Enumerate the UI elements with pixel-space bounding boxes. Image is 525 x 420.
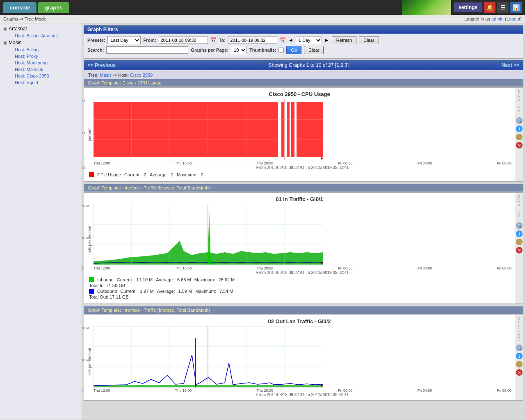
legend-outbound-max-label: Maximum:	[195, 289, 216, 294]
graph-container-3: 02 Out Lan Traffic - Gi0/2 bits per seco…	[84, 315, 523, 401]
span-select[interactable]: 1 Day 1 Week	[296, 36, 322, 44]
legend-label-cpu: CPU Usage	[97, 172, 121, 177]
y-axis-label-1: percent	[87, 128, 92, 141]
tree-path-masis-link[interactable]: Masis	[100, 73, 112, 78]
tree-path-host-link[interactable]: Cisco 2950	[130, 73, 153, 78]
delete-icon-3[interactable]: ✕	[516, 369, 523, 376]
legend-outbound-avg-label: Average:	[157, 289, 175, 294]
prev-time-icon[interactable]: ◄	[288, 37, 293, 43]
thumbnails-checkbox[interactable]	[278, 48, 284, 53]
legend-outbound-current-val: 1.97 M	[140, 289, 154, 294]
magnify-icon-1[interactable]: 🔍	[516, 117, 523, 124]
nav-right-area: settings 🔔 ☰ 📊	[402, 0, 522, 15]
graph-content-3: 02 Out Lan Traffic - Gi0/2 bits per seco…	[84, 315, 515, 400]
sidebar-item-squid[interactable]: Host: Squid	[0, 79, 82, 86]
admin-user-link[interactable]: admin	[491, 16, 504, 21]
legend-current-label: Current:	[124, 172, 141, 177]
prev-page-link[interactable]: << Previous	[88, 62, 116, 68]
graph-icon-button[interactable]: 📊	[510, 2, 522, 13]
calendar-to-icon[interactable]: 📅	[280, 37, 286, 43]
sidebar-item-mikrotik[interactable]: Host: MikroTik	[0, 66, 82, 73]
x-labels-2: Thu 12:00 Thu 16:00 Thu 20:00 Fri 00:00 …	[94, 266, 511, 270]
from-input[interactable]	[159, 37, 208, 44]
to-input[interactable]	[228, 37, 277, 44]
legend-inbound-max-label: Maximum:	[194, 277, 215, 282]
x-label-3-1: Thu 12:00	[94, 388, 110, 393]
clear-button[interactable]: Clear	[359, 36, 379, 44]
legend-label-outbound: Outbound	[97, 289, 117, 294]
content-area: Graph Filters Presets: Last Day Last Wee…	[82, 23, 525, 420]
calendar-from-icon[interactable]: 📅	[210, 37, 217, 43]
graph-template-name-1: Cisco - CPU Usage	[122, 80, 161, 85]
graphs-tab[interactable]: graphs	[38, 2, 69, 13]
chart-svg-2	[94, 204, 323, 265]
legend-total-out: Total Out: 17.11 GB	[89, 294, 129, 299]
magnify-icon-2[interactable]: 🔍	[516, 222, 523, 229]
svg-marker-26	[94, 385, 323, 387]
x-label-2: Thu 16:00	[175, 161, 192, 165]
wrench-icon-1[interactable]: 🔧	[516, 134, 523, 140]
pagination-bar: << Previous Showing Graphs 1 to 10 of 27…	[84, 60, 523, 70]
delete-icon-2[interactable]: ✕	[516, 247, 523, 253]
legend-color-outbound	[89, 289, 94, 294]
graphs-per-page-select[interactable]: 10 20 50	[231, 46, 247, 54]
graph-template-header-3: Graph Template: Interface - Traffic (bit…	[84, 306, 523, 314]
magnify-icon-3[interactable]: 🔍	[516, 345, 523, 351]
logout-link[interactable]: Logout	[507, 16, 520, 21]
legend-total-in: Total In: 71.58 GB	[89, 283, 125, 288]
presets-label: Presets:	[87, 38, 105, 43]
wrench-icon-3[interactable]: 🔧	[516, 361, 523, 368]
graph-content-1: Cisco 2950 - CPU Usage percent 2.0 1.0 0…	[84, 88, 515, 181]
tree-path-arrow: ->	[113, 73, 117, 78]
menu-icon-button[interactable]: ☰	[497, 2, 509, 13]
legend-outbound-avg-val: 1.59 M	[178, 289, 192, 294]
nav-right-buttons: settings 🔔 ☰ 📊	[454, 2, 522, 13]
legend-outbound-current-label: Current:	[120, 289, 137, 294]
next-time-icon[interactable]: ►	[324, 37, 329, 43]
alert-icon-button[interactable]: 🔔	[484, 2, 495, 13]
delete-icon-1[interactable]: ✕	[516, 142, 523, 148]
artashat-group-label[interactable]: ▣ Artashat	[0, 25, 82, 32]
info-icon-3[interactable]: ℹ	[516, 353, 523, 359]
legend-avg-val: 2	[171, 172, 173, 177]
sidebar-item-proxy[interactable]: Host: Proxy	[0, 53, 82, 59]
x-label-5: Fri 04:00	[418, 161, 432, 165]
graph-template-header-1: Graph Template: Cisco - CPU Usage	[84, 79, 523, 87]
artashat-group: ▣ Artashat Host: Billing_Artashat	[0, 25, 82, 39]
nav-left: console graphs	[3, 2, 69, 13]
graph-chart-area-1: 2.0 1.0 0.0	[94, 99, 511, 170]
refresh-button[interactable]: Refresh	[332, 36, 357, 44]
sidebar-item-monitoring[interactable]: Host: Monitoring	[0, 59, 82, 66]
wrench-icon-2[interactable]: 🔧	[516, 239, 523, 245]
search-input[interactable]	[106, 46, 188, 54]
graph-template-name-2: Interface - Traffic (bits/sec, Total Ban…	[122, 185, 210, 190]
graph-chart-wrapper-2: bits per second 20 M 10 M 0	[87, 204, 511, 275]
legend-max-val: 2	[201, 172, 203, 177]
y-tick-3-10m: 10 M	[82, 358, 89, 362]
svg-rect-25	[94, 326, 323, 388]
graph-chart-area-3: 20 M 10 M 0	[94, 326, 511, 397]
sidebar-item-billing-artashat[interactable]: Host: Billing_Artashat	[0, 32, 82, 39]
graph-chart-area-2: 20 M 10 M 0	[94, 204, 511, 275]
svg-rect-1	[94, 102, 323, 157]
go-button[interactable]: Go	[286, 46, 301, 54]
sidebar-item-billing[interactable]: Host: Billing	[0, 46, 82, 53]
graph-template-label-3: Graph Template:	[88, 308, 122, 313]
sidebar-item-cisco2950[interactable]: Host: Cisco 2950	[0, 73, 82, 79]
presets-select[interactable]: Last Day Last Week Last Month	[107, 36, 141, 44]
next-page-link[interactable]: Next >>	[502, 62, 519, 68]
settings-button[interactable]: settings	[454, 2, 482, 12]
info-icon-1[interactable]: ℹ	[516, 126, 523, 132]
graph-title-3: 02 Out Lan Traffic - Gi0/2	[87, 318, 511, 324]
legend-inbound-avg-val: 6.65 M	[177, 277, 191, 282]
legend-row-total-in: Total In: 71.58 GB	[89, 283, 510, 288]
graph-title-2: 01 In Traffic - Gi0/1	[87, 196, 511, 202]
clear2-button[interactable]: Clear	[304, 46, 324, 54]
graph-icons-2: 1008: 1 07:17:41 🔍 ℹ 🔧 ✕	[515, 193, 523, 304]
x-label-4: Fri 00:00	[338, 161, 353, 165]
rotated-label-2: 1008: 1 07:17:41	[517, 194, 521, 219]
graph-icons-1: 1007: 1 07:17:41 🔍 ℹ 🔧 ✕	[515, 88, 523, 181]
info-icon-2[interactable]: ℹ	[516, 231, 523, 237]
console-tab[interactable]: console	[3, 2, 37, 13]
masis-group-label[interactable]: ▣ Masis	[0, 39, 82, 46]
